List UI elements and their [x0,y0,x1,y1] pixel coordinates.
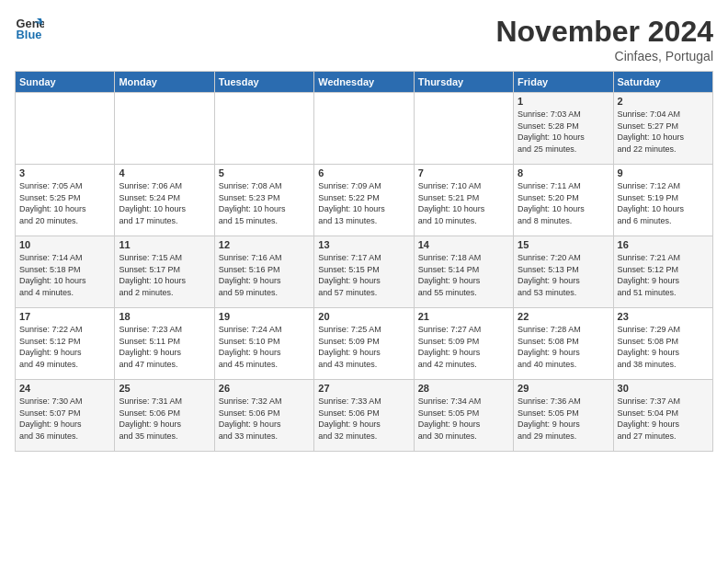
day-number: 20 [318,311,409,322]
calendar-cell: 8Sunrise: 7:11 AM Sunset: 5:20 PM Daylig… [514,165,613,236]
day-number: 28 [418,383,509,394]
day-info: Sunrise: 7:18 AM Sunset: 5:14 PM Dayligh… [418,252,509,298]
calendar-cell: 28Sunrise: 7:34 AM Sunset: 5:05 PM Dayli… [414,380,513,452]
day-number: 25 [119,383,210,394]
day-number: 8 [518,167,609,178]
calendar-cell: 29Sunrise: 7:36 AM Sunset: 5:05 PM Dayli… [514,380,613,452]
col-friday: Friday [514,72,613,93]
day-info: Sunrise: 7:06 AM Sunset: 5:24 PM Dayligh… [119,180,210,226]
calendar-cell: 26Sunrise: 7:32 AM Sunset: 5:06 PM Dayli… [214,380,313,452]
calendar-cell [16,93,115,165]
day-info: Sunrise: 7:37 AM Sunset: 5:04 PM Dayligh… [618,396,709,442]
calendar-cell: 30Sunrise: 7:37 AM Sunset: 5:04 PM Dayli… [613,380,712,452]
svg-text:Blue: Blue [17,28,42,41]
day-number: 3 [19,167,110,178]
day-info: Sunrise: 7:34 AM Sunset: 5:05 PM Dayligh… [418,396,509,442]
calendar-cell: 1Sunrise: 7:03 AM Sunset: 5:28 PM Daylig… [514,93,613,165]
day-info: Sunrise: 7:20 AM Sunset: 5:13 PM Dayligh… [518,252,609,298]
day-number: 5 [219,167,310,178]
logo-icon: General Blue [15,15,44,44]
day-info: Sunrise: 7:12 AM Sunset: 5:19 PM Dayligh… [618,180,709,226]
day-number: 30 [618,383,709,394]
day-number: 10 [19,239,110,250]
col-wednesday: Wednesday [314,72,414,93]
week-row-3: 10Sunrise: 7:14 AM Sunset: 5:18 PM Dayli… [16,236,713,308]
calendar-cell: 11Sunrise: 7:15 AM Sunset: 5:17 PM Dayli… [115,236,214,308]
day-number: 2 [618,96,709,107]
day-number: 12 [219,239,310,250]
day-number: 17 [19,311,110,322]
day-info: Sunrise: 7:10 AM Sunset: 5:21 PM Dayligh… [418,180,509,226]
day-info: Sunrise: 7:30 AM Sunset: 5:07 PM Dayligh… [19,396,110,442]
day-info: Sunrise: 7:22 AM Sunset: 5:12 PM Dayligh… [19,324,110,370]
calendar-cell: 27Sunrise: 7:33 AM Sunset: 5:06 PM Dayli… [314,380,414,452]
day-info: Sunrise: 7:11 AM Sunset: 5:20 PM Dayligh… [518,180,609,226]
day-info: Sunrise: 7:05 AM Sunset: 5:25 PM Dayligh… [19,180,110,226]
calendar-cell: 10Sunrise: 7:14 AM Sunset: 5:18 PM Dayli… [16,236,115,308]
day-info: Sunrise: 7:32 AM Sunset: 5:06 PM Dayligh… [219,396,310,442]
day-number: 26 [219,383,310,394]
header-row: Sunday Monday Tuesday Wednesday Thursday… [16,72,713,93]
day-number: 15 [518,239,609,250]
calendar-cell: 24Sunrise: 7:30 AM Sunset: 5:07 PM Dayli… [16,380,115,452]
week-row-5: 24Sunrise: 7:30 AM Sunset: 5:07 PM Dayli… [16,380,713,452]
calendar-cell: 25Sunrise: 7:31 AM Sunset: 5:06 PM Dayli… [115,380,214,452]
day-number: 18 [119,311,210,322]
day-number: 16 [618,239,709,250]
title-block: November 2024 Cinfaes, Portugal [495,15,713,63]
day-number: 9 [618,167,709,178]
day-number: 21 [418,311,509,322]
day-number: 22 [518,311,609,322]
calendar-cell: 16Sunrise: 7:21 AM Sunset: 5:12 PM Dayli… [613,236,712,308]
header: General Blue November 2024 Cinfaes, Port… [15,15,713,63]
calendar-cell [214,93,313,165]
col-monday: Monday [115,72,214,93]
calendar-table: Sunday Monday Tuesday Wednesday Thursday… [15,71,713,452]
day-info: Sunrise: 7:25 AM Sunset: 5:09 PM Dayligh… [318,324,409,370]
calendar-cell: 7Sunrise: 7:10 AM Sunset: 5:21 PM Daylig… [414,165,513,236]
calendar-cell: 23Sunrise: 7:29 AM Sunset: 5:08 PM Dayli… [613,308,712,380]
page: General Blue November 2024 Cinfaes, Port… [0,0,728,563]
subtitle: Cinfaes, Portugal [495,49,713,63]
col-sunday: Sunday [16,72,115,93]
day-info: Sunrise: 7:04 AM Sunset: 5:27 PM Dayligh… [618,109,709,155]
day-info: Sunrise: 7:36 AM Sunset: 5:05 PM Dayligh… [518,396,609,442]
day-info: Sunrise: 7:08 AM Sunset: 5:23 PM Dayligh… [219,180,310,226]
day-number: 27 [318,383,409,394]
day-info: Sunrise: 7:27 AM Sunset: 5:09 PM Dayligh… [418,324,509,370]
day-number: 1 [518,96,609,107]
day-info: Sunrise: 7:28 AM Sunset: 5:08 PM Dayligh… [518,324,609,370]
calendar-cell: 21Sunrise: 7:27 AM Sunset: 5:09 PM Dayli… [414,308,513,380]
day-number: 19 [219,311,310,322]
col-thursday: Thursday [414,72,513,93]
day-number: 7 [418,167,509,178]
day-info: Sunrise: 7:24 AM Sunset: 5:10 PM Dayligh… [219,324,310,370]
calendar-cell [115,93,214,165]
day-number: 13 [318,239,409,250]
day-number: 14 [418,239,509,250]
calendar-cell: 5Sunrise: 7:08 AM Sunset: 5:23 PM Daylig… [214,165,313,236]
calendar-cell: 22Sunrise: 7:28 AM Sunset: 5:08 PM Dayli… [514,308,613,380]
day-info: Sunrise: 7:33 AM Sunset: 5:06 PM Dayligh… [318,396,409,442]
calendar-cell: 3Sunrise: 7:05 AM Sunset: 5:25 PM Daylig… [16,165,115,236]
calendar-cell: 6Sunrise: 7:09 AM Sunset: 5:22 PM Daylig… [314,165,414,236]
logo: General Blue [15,15,44,44]
day-info: Sunrise: 7:21 AM Sunset: 5:12 PM Dayligh… [618,252,709,298]
day-info: Sunrise: 7:16 AM Sunset: 5:16 PM Dayligh… [219,252,310,298]
calendar-cell: 14Sunrise: 7:18 AM Sunset: 5:14 PM Dayli… [414,236,513,308]
calendar-cell: 19Sunrise: 7:24 AM Sunset: 5:10 PM Dayli… [214,308,313,380]
day-info: Sunrise: 7:15 AM Sunset: 5:17 PM Dayligh… [119,252,210,298]
month-title: November 2024 [495,15,713,49]
day-number: 4 [119,167,210,178]
day-number: 29 [518,383,609,394]
week-row-4: 17Sunrise: 7:22 AM Sunset: 5:12 PM Dayli… [16,308,713,380]
day-info: Sunrise: 7:17 AM Sunset: 5:15 PM Dayligh… [318,252,409,298]
calendar-cell [314,93,414,165]
calendar-cell: 17Sunrise: 7:22 AM Sunset: 5:12 PM Dayli… [16,308,115,380]
col-tuesday: Tuesday [214,72,313,93]
day-number: 24 [19,383,110,394]
day-info: Sunrise: 7:14 AM Sunset: 5:18 PM Dayligh… [19,252,110,298]
day-info: Sunrise: 7:23 AM Sunset: 5:11 PM Dayligh… [119,324,210,370]
day-info: Sunrise: 7:09 AM Sunset: 5:22 PM Dayligh… [318,180,409,226]
day-number: 11 [119,239,210,250]
